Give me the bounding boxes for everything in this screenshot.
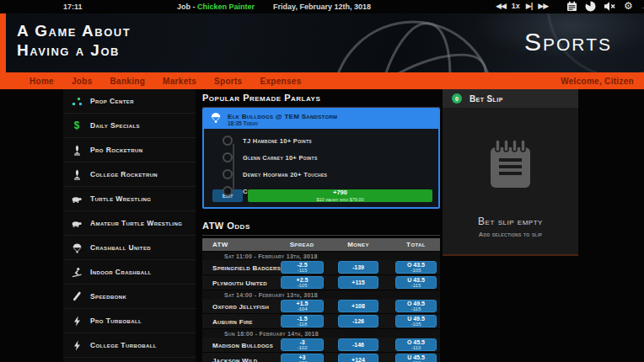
parachute-icon [71, 242, 83, 253]
primary-nav: Home Jobs Banking Markets Sports Expense… [0, 72, 644, 89]
leg-radio[interactable] [223, 169, 233, 179]
sidebar-item-daily-specials[interactable]: $ Daily Specials [63, 114, 196, 138]
parlays-heading: Popular Premade Parlays [202, 93, 440, 108]
props-icon [71, 95, 83, 107]
sound-muted-icon[interactable] [604, 1, 616, 12]
rocket-icon [71, 144, 83, 156]
table-row-jackson-wild: Jackson Wild +3-120 +124 U 45.5-110 [202, 353, 440, 362]
leg-radio[interactable] [223, 152, 233, 162]
table-row-madison-bulldogs: Madison Bulldogs -3-102 -146 O 45.5-110 [202, 338, 440, 352]
bet-slip-count-badge: 0 [452, 93, 462, 104]
nav-banking[interactable]: Banking [110, 77, 146, 86]
dollar-icon: $ [71, 120, 83, 131]
rewind-button[interactable]: ◀◀ [496, 2, 506, 10]
top-status-bar: 17:11 Job - Chicken Painter Friday, Febr… [0, 0, 644, 13]
settings-gear-icon[interactable]: ⚙ [624, 1, 633, 12]
sidebar-item-college-turboball[interactable]: College Turboball [63, 333, 196, 358]
money-odds-button[interactable]: -146 [338, 338, 378, 351]
bat-icon [71, 290, 83, 302]
system-tray: ⚙ →] [566, 1, 644, 12]
game-banner: A Game About Having a Job Sports [0, 13, 644, 72]
game-date-row: Sun 18:00 - February 14th, 3018 [202, 329, 440, 338]
parlay-odds: +790 [333, 189, 347, 197]
sidebar-item-indoor-crashball[interactable]: Indoor Crashball [63, 260, 196, 285]
play-pause-button[interactable]: ▶| [526, 2, 532, 10]
total-odds-button[interactable]: O 49.5-115 [395, 300, 437, 312]
lightning-icon [71, 315, 83, 327]
total-odds-button[interactable]: U 45.5-110 [395, 354, 437, 362]
skier-icon [71, 266, 83, 278]
parlay-payout-note: $10 wager wins $79.00 [317, 197, 364, 202]
bet-slip-empty-message: Bet slip empty [443, 216, 578, 227]
notepad-icon [491, 140, 530, 191]
game-title: A Game About Having a Job [17, 21, 131, 60]
money-odds-button[interactable]: -139 [338, 261, 378, 274]
sidebar-item-amateur-turtle-wrestling[interactable]: Amateur Turtle Wrestling [63, 211, 196, 236]
site-title: Sports [524, 28, 612, 56]
sports-sidebar: Prop Center $ Daily Specials Pro Rocketr… [63, 89, 196, 362]
bet-slip-header[interactable]: 0 Bet Slip [443, 89, 578, 108]
nav-links: Home Jobs Banking Markets Sports Expense… [30, 77, 302, 86]
game-date-row: Sat 11:00 - February 13th, 3018 [202, 252, 440, 260]
parachute-icon [210, 111, 222, 127]
sidebar-item-turtle-wrestling[interactable]: Turtle Wrestling [63, 187, 196, 211]
sidebar-item-crashball-united[interactable]: Crashball United [63, 236, 196, 260]
nav-home[interactable]: Home [30, 77, 54, 86]
column-spread: Spread [280, 241, 324, 248]
table-row-auburn-fire: Auburn Fire -1.5-118 -126 U 49.5-105 [202, 314, 440, 328]
leg-radio[interactable] [223, 186, 233, 196]
money-odds-button[interactable]: +124 [338, 354, 378, 362]
spread-odds-button[interactable]: -3-102 [281, 338, 324, 351]
speed-indicator[interactable]: 1x [512, 2, 520, 10]
money-odds-button[interactable]: +108 [338, 300, 378, 312]
parlay-card-header[interactable]: Elk Bulldogs @ TEM Sandstorm 18:35 Today [204, 109, 438, 129]
odds-table-header: ATW Spread Money Total [202, 238, 440, 251]
table-row-oxford-jellyfish: Oxford Jellyfish +1.5-104 +108 O 49.5-11… [202, 299, 440, 313]
spread-odds-button[interactable]: +2.5-105 [281, 276, 324, 289]
pie-chart-icon[interactable] [585, 1, 596, 12]
rocket-icon [71, 168, 83, 180]
sidebar-item-partial[interactable] [63, 358, 196, 362]
nav-markets[interactable]: Markets [163, 77, 196, 86]
money-odds-button[interactable]: +115 [338, 276, 378, 289]
column-atw: ATW [212, 241, 228, 248]
sidebar-item-pro-turboball[interactable]: Pro Turboball [63, 309, 196, 333]
bet-slip-panel: Bet slip empty Add selections to slip [443, 108, 578, 256]
premade-parlay-card: Elk Bulldogs @ TEM Sandstorm 18:35 Today… [202, 108, 440, 209]
column-total: Total [395, 241, 437, 248]
nav-expenses[interactable]: Expenses [260, 77, 301, 86]
sidebar-item-prop-center[interactable]: Prop Center [63, 89, 196, 114]
parlay-start-time: 18:35 Today [228, 120, 337, 126]
total-odds-button[interactable]: O 45.5-110 [395, 338, 437, 351]
nav-jobs[interactable]: Jobs [72, 77, 93, 86]
game-date-row: Sat 14:00 - February 13th, 3018 [202, 290, 440, 299]
nav-sports[interactable]: Sports [214, 77, 242, 86]
sidebar-item-pro-rocketrun[interactable]: Pro Rocketrun [63, 138, 196, 162]
calendar-icon[interactable] [566, 1, 577, 12]
spread-odds-button[interactable]: -2.5-115 [281, 261, 324, 274]
add-parlay-button[interactable]: +790 $10 wager wins $79.00 [248, 189, 432, 202]
total-odds-button[interactable]: U 49.5-105 [395, 315, 437, 327]
spread-odds-button[interactable]: -1.5-118 [281, 315, 324, 327]
parlay-matchup: Elk Bulldogs @ TEM Sandstorm [228, 113, 337, 120]
parlay-leg: Glenn Carney 10+ Points [216, 149, 327, 166]
game-screen: 17:11 Job - Chicken Painter Friday, Febr… [0, 0, 644, 362]
money-odds-button[interactable]: -126 [338, 315, 378, 327]
fast-forward-button[interactable]: ▶▶ [538, 2, 548, 10]
table-row-springfield-badgers: Springfield Badgers -2.5-115 -139 O 43.5… [202, 260, 440, 274]
banner-accent-bar [0, 13, 6, 72]
sidebar-item-college-rocketrun[interactable]: College Rocketrun [63, 162, 196, 187]
turtle-icon [71, 193, 83, 205]
spread-odds-button[interactable]: +1.5-104 [281, 300, 324, 312]
total-odds-button[interactable]: O 43.5-105 [395, 261, 437, 274]
spread-odds-button[interactable]: +3-120 [281, 354, 324, 362]
main-content: Popular Premade Parlays Elk Bulldogs @ T… [202, 89, 440, 362]
parlay-leg: TJ Hambone 10+ Points [216, 132, 327, 149]
welcome-message: Welcome, Citizen [561, 77, 634, 86]
leg-radio[interactable] [223, 136, 233, 146]
time-controls: ◀◀ 1x ▶| ▶▶ [496, 2, 548, 10]
total-odds-button[interactable]: U 43.5-115 [395, 276, 437, 289]
sidebar-item-speedbonk[interactable]: Speedbonk [63, 285, 196, 309]
turtle-icon [71, 217, 83, 229]
exit-icon[interactable]: →] [641, 2, 644, 11]
